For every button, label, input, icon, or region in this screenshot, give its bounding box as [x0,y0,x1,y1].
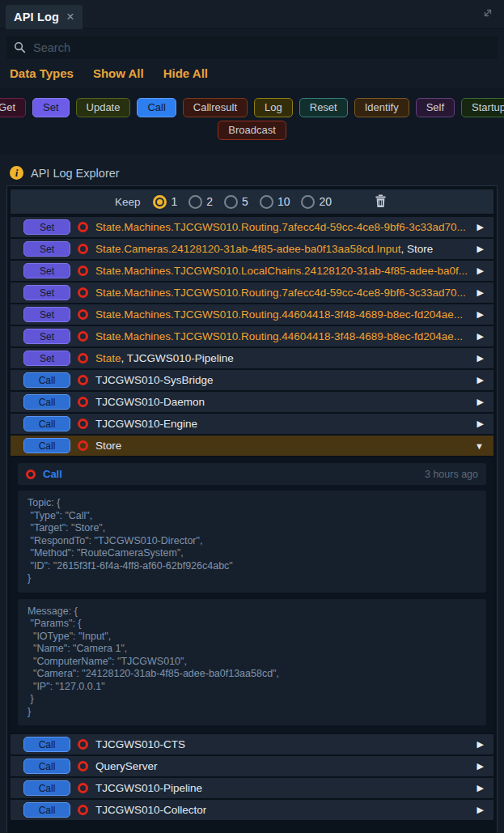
expand-icon[interactable]: ▶ [471,244,484,254]
detail-timestamp: 3 hours ago [425,469,478,480]
row-badge-set: Set [23,263,70,278]
row-badge-call: Call [23,802,70,818]
log-row[interactable]: Call QueryServer ▶ [11,756,493,776]
status-ring-icon [78,287,88,298]
filter-links: Data Types Show All Hide All [0,59,504,86]
filter-identify-button[interactable]: Identify [354,98,409,117]
row-topic: State.Machines.TJCGWS010.Routing.7afecc4… [95,287,466,299]
log-row[interactable]: Set State, TJCGWS010-Pipeline ▶ [11,348,493,368]
keep-radio-5[interactable]: 5 [224,195,248,209]
radio-icon[interactable] [224,195,238,209]
tab-bar: API Log × [0,0,504,29]
row-target: TJCGWS010-SysBridge [95,374,214,386]
row-badge-set: Set [23,351,70,366]
search-bar [6,36,498,59]
row-target: , Store [401,243,434,255]
expand-icon[interactable]: ▶ [471,739,484,750]
search-icon [14,41,26,53]
keep-radio-2[interactable]: 2 [188,195,213,209]
status-ring-icon [78,266,88,276]
log-row[interactable]: Call TJCGWS010-Pipeline ▶ [11,778,493,798]
log-row[interactable]: Set State.Machines.TJCGWS010.Routing.446… [11,304,493,325]
row-topic: State.Machines.TJCGWS010.LocalChains.241… [95,265,468,277]
expand-icon[interactable]: ▶ [471,419,484,429]
expand-window-icon[interactable] [481,6,494,19]
log-row[interactable]: Call TJCGWS010-CTS ▶ [11,734,493,754]
log-row[interactable]: Set State.Machines.TJCGWS010.Routing.7af… [11,283,493,303]
log-row[interactable]: Set State.Machines.TJCGWS010.LocalChains… [11,261,493,281]
expand-icon[interactable]: ▶ [471,805,484,815]
search-input[interactable] [33,41,490,54]
status-ring-icon [78,309,88,320]
expand-icon[interactable]: ▶ [471,287,484,298]
expand-icon[interactable]: ▶ [471,397,484,407]
row-topic: State [95,352,121,364]
expand-icon[interactable]: ▶ [471,222,484,232]
filter-self-button[interactable]: Self [416,98,455,117]
status-ring-icon [78,375,88,385]
collapse-icon[interactable]: ▼ [468,441,484,451]
row-badge-set: Set [23,285,70,300]
status-ring-icon [78,761,88,771]
filter-set-button[interactable]: Set [32,98,70,117]
data-types-link[interactable]: Data Types [10,66,74,80]
expand-icon[interactable]: ▶ [471,353,484,363]
row-target: , TJCGWS010-Pipeline [121,352,234,364]
keep-radio-20[interactable]: 20 [301,195,332,209]
radio-icon[interactable] [188,195,202,209]
filter-startup-button[interactable]: Startup [461,98,504,117]
detail-topic-json: Topic: { "Type": "Call", "Target": "Stor… [18,491,486,593]
explorer-header: i API Log Explorer [10,166,494,180]
close-icon[interactable]: × [66,11,74,23]
log-row[interactable]: Call TJCGWS010-Collector ▶ [11,800,493,820]
status-ring-icon [78,805,88,815]
expand-icon[interactable]: ▶ [471,331,484,342]
log-row[interactable]: Set State.Machines.TJCGWS010.Routing.7af… [11,217,493,237]
radio-icon[interactable] [301,195,315,209]
expand-icon[interactable]: ▶ [471,309,484,320]
detail-type-label: Call [43,468,62,480]
row-target: TJCGWS010-CTS [95,738,185,750]
tab-api-log[interactable]: API Log × [6,5,83,29]
keep-radio-10[interactable]: 10 [260,195,290,209]
expand-icon[interactable]: ▶ [471,266,484,276]
row-topic: State.Machines.TJCGWS010.Routing.7afecc4… [95,221,466,233]
clear-log-button[interactable] [372,192,389,212]
filter-call-button[interactable]: Call [137,98,176,117]
row-target: TJCGWS010-Engine [95,418,197,430]
filter-reset-button[interactable]: Reset [299,98,348,117]
row-target: TJCGWS010-Daemon [95,396,205,408]
status-ring-icon [78,353,88,363]
expand-icon[interactable]: ▶ [471,783,484,793]
detail-message-json: Message: { "Params": { "IOType": "Input"… [18,599,486,726]
filter-log-button[interactable]: Log [254,98,293,117]
keep-radio-1[interactable]: 1 [153,195,177,209]
show-all-link[interactable]: Show All [93,66,144,80]
log-row[interactable]: Set State.Cameras.24128120-31ab-4f85-ade… [11,239,493,259]
log-row[interactable]: Call TJCGWS010-Engine ▶ [11,414,493,434]
log-detail: Call 3 hours ago Topic: { "Type": "Call"… [11,457,493,733]
row-target: TJCGWS010-Pipeline [95,782,202,794]
hide-all-link[interactable]: Hide All [163,66,208,80]
status-ring-icon [78,222,88,232]
radio-icon[interactable] [260,195,273,209]
row-badge-call: Call [23,438,70,453]
row-target: TJCGWS010-Collector [95,804,206,816]
row-badge-call: Call [23,737,70,752]
radio-selected-icon[interactable] [153,195,167,209]
filter-update-button[interactable]: Update [76,98,131,117]
trash-icon [374,193,388,208]
log-row[interactable]: Call TJCGWS010-SysBridge ▶ [11,370,493,390]
status-ring-icon [78,331,88,342]
filter-broadcast-button[interactable]: Broadcast [218,121,286,140]
filter-get-button[interactable]: Get [0,98,26,117]
info-icon: i [10,166,23,180]
detail-header: Call 3 hours ago [18,463,486,485]
log-row[interactable]: Call TJCGWS010-Daemon ▶ [11,392,493,412]
log-row[interactable]: Set State.Machines.TJCGWS010.Routing.446… [11,326,493,346]
filter-callresult-button[interactable]: Callresult [183,98,248,117]
expand-icon[interactable]: ▶ [471,761,484,771]
log-row-selected[interactable]: Call Store ▼ [11,436,493,456]
row-topic: State.Machines.TJCGWS010.Routing.4460441… [95,330,463,342]
expand-icon[interactable]: ▶ [471,375,484,385]
